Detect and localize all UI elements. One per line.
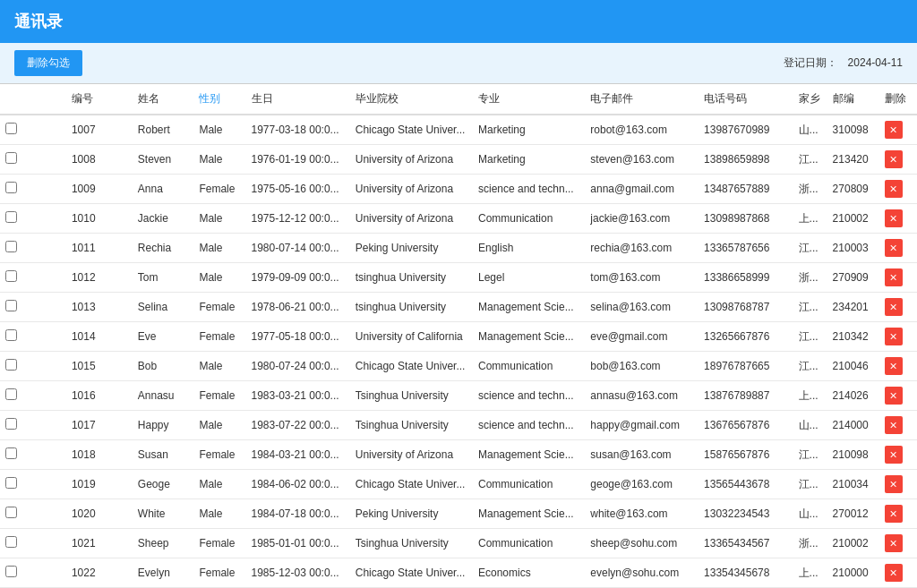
col-id: 编号	[66, 84, 133, 115]
cell-major: Communication	[473, 352, 585, 381]
cell-phone: 13876789887	[698, 381, 793, 411]
cell-hometown: 江...	[793, 234, 827, 263]
table-row: 1010JackieMale1975-12-12 00:0...Universi…	[0, 204, 917, 234]
delete-row-button[interactable]: ✕	[885, 268, 903, 286]
cell-zip: 210002	[827, 529, 879, 558]
cell-email: bob@163.com	[585, 352, 698, 381]
delete-row-button[interactable]: ✕	[885, 209, 903, 227]
cell-birthday: 1983-07-22 00:0...	[246, 411, 350, 440]
delete-selected-button[interactable]: 删除勾选	[14, 50, 82, 76]
cell-zip: 310098	[827, 115, 879, 145]
cell-hometown: 上...	[793, 558, 827, 588]
delete-row-button[interactable]: ✕	[885, 387, 903, 405]
delete-row-button[interactable]: ✕	[885, 298, 903, 316]
row-checkbox[interactable]	[5, 359, 17, 371]
cell-gender: Male	[193, 352, 245, 381]
cell-gender: Male	[193, 499, 245, 529]
row-checkbox[interactable]	[5, 123, 17, 134]
contacts-table: 编号 姓名 性别 生日 毕业院校 专业 电子邮件 电话号码 家乡 邮编 删除 1…	[0, 84, 917, 588]
table-row: 1015BobMale1980-07-24 00:0...Chicago Sta…	[0, 352, 917, 381]
cell-email: selina@163.com	[585, 293, 698, 322]
delete-row-button[interactable]: ✕	[885, 121, 903, 139]
cell-delete: ✕	[879, 175, 917, 204]
cell-phone: 13098768787	[698, 293, 793, 322]
cell-hometown: 江...	[793, 352, 827, 381]
cell-birthday: 1980-07-14 00:0...	[246, 234, 350, 263]
cell-school: University of California	[350, 322, 473, 352]
row-checkbox[interactable]	[5, 536, 17, 548]
cell-email: evelyn@sohu.com	[585, 558, 698, 588]
row-checkbox[interactable]	[5, 329, 17, 341]
row-checkbox[interactable]	[5, 477, 17, 489]
cell-gender: Female	[193, 175, 245, 204]
cell-school: tsinghua University	[350, 263, 473, 293]
row-checkbox[interactable]	[5, 447, 17, 459]
table-header: 编号 姓名 性别 生日 毕业院校 专业 电子邮件 电话号码 家乡 邮编 删除	[0, 84, 917, 115]
cell-id: 1009	[66, 175, 133, 204]
row-checkbox-cell	[0, 145, 66, 175]
cell-delete: ✕	[879, 558, 917, 588]
cell-school: Peking University	[350, 234, 473, 263]
cell-gender: Male	[193, 234, 245, 263]
col-gender[interactable]: 性别	[193, 84, 245, 115]
cell-id: 1014	[66, 322, 133, 352]
table-row: 1009AnnaFemale1975-05-16 00:0...Universi…	[0, 175, 917, 204]
table-row: 1012TomMale1979-09-09 00:0...tsinghua Un…	[0, 263, 917, 293]
cell-major: Communication	[473, 470, 585, 499]
cell-gender: Male	[193, 145, 245, 175]
col-major: 专业	[473, 84, 585, 115]
cell-name: Selina	[133, 293, 194, 322]
cell-major: Legel	[473, 263, 585, 293]
table-row: 1020WhiteMale1984-07-18 00:0...Peking Un…	[0, 499, 917, 529]
col-school: 毕业院校	[350, 84, 473, 115]
delete-row-button[interactable]: ✕	[885, 534, 903, 552]
row-checkbox-cell	[0, 263, 66, 293]
delete-row-button[interactable]: ✕	[885, 475, 903, 493]
cell-name: Happy	[133, 411, 194, 440]
row-checkbox[interactable]	[5, 418, 17, 430]
delete-row-button[interactable]: ✕	[885, 505, 903, 523]
cell-id: 1010	[66, 204, 133, 234]
cell-school: University of Arizona	[350, 145, 473, 175]
cell-name: Bob	[133, 352, 194, 381]
cell-id: 1019	[66, 470, 133, 499]
row-checkbox[interactable]	[5, 211, 17, 223]
cell-delete: ✕	[879, 115, 917, 145]
row-checkbox[interactable]	[5, 182, 17, 193]
cell-major: science and techn...	[473, 411, 585, 440]
delete-row-button[interactable]: ✕	[885, 446, 903, 464]
cell-name: Jackie	[133, 204, 194, 234]
row-checkbox[interactable]	[5, 270, 17, 282]
cell-hometown: 浙...	[793, 529, 827, 558]
cell-birthday: 1977-03-18 00:0...	[246, 115, 350, 145]
delete-row-button[interactable]: ✕	[885, 180, 903, 198]
cell-zip: 210034	[827, 470, 879, 499]
row-checkbox[interactable]	[5, 566, 17, 577]
cell-email: anna@gmail.com	[585, 175, 698, 204]
row-checkbox[interactable]	[5, 507, 17, 518]
delete-row-button[interactable]: ✕	[885, 564, 903, 582]
cell-id: 1018	[66, 440, 133, 470]
row-checkbox[interactable]	[5, 152, 17, 164]
row-checkbox[interactable]	[5, 300, 17, 311]
cell-birthday: 1977-05-18 00:0...	[246, 322, 350, 352]
delete-row-button[interactable]: ✕	[885, 150, 903, 168]
cell-hometown: 山...	[793, 115, 827, 145]
cell-major: Marketing	[473, 115, 585, 145]
cell-school: University of Arizona	[350, 175, 473, 204]
row-checkbox[interactable]	[5, 388, 17, 400]
delete-row-button[interactable]: ✕	[885, 239, 903, 257]
cell-delete: ✕	[879, 293, 917, 322]
delete-row-button[interactable]: ✕	[885, 328, 903, 345]
row-checkbox-cell	[0, 499, 66, 529]
cell-phone: 13487657889	[698, 175, 793, 204]
cell-zip: 214000	[827, 411, 879, 440]
row-checkbox[interactable]	[5, 241, 17, 252]
delete-row-button[interactable]: ✕	[885, 416, 903, 434]
cell-major: English	[473, 234, 585, 263]
cell-name: Robert	[133, 115, 194, 145]
delete-row-button[interactable]: ✕	[885, 357, 903, 375]
cell-name: Geoge	[133, 470, 194, 499]
col-zip: 邮编	[827, 84, 879, 115]
cell-birthday: 1985-12-03 00:0...	[246, 558, 350, 588]
